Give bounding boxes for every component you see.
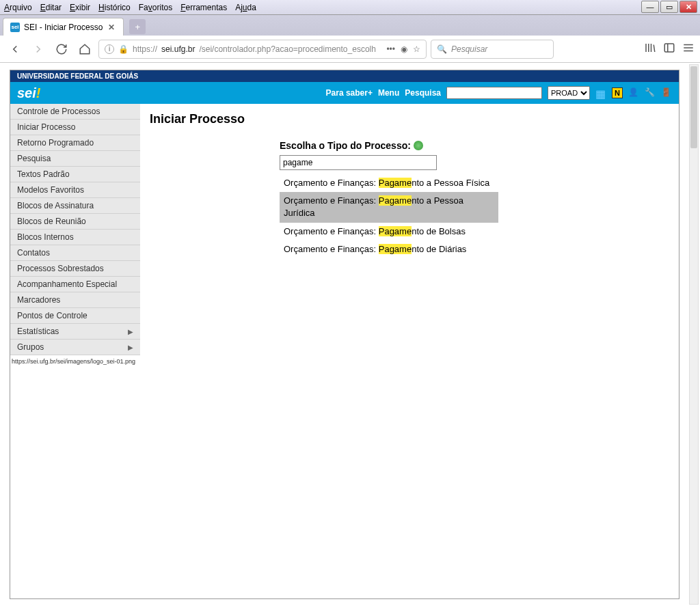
sei-app-frame: UNIVERSIDADE FEDERAL DE GOIÁS sei! Para … [10,70,679,599]
url-path: /sei/controlador.php?acao=procedimento_e… [199,44,376,54]
process-type-result[interactable]: Orçamento e Finanças: Pagamento de Diári… [280,240,498,258]
url-bar[interactable]: i 🔒 https://sei.ufg.br/sei/controlador.p… [98,40,427,59]
header-controle-icon[interactable]: ▦ [595,87,606,98]
sidebar-item-iniciar-processo[interactable]: Iniciar Processo [10,120,140,135]
sidebar-item-pesquisa[interactable]: Pesquisa [10,151,140,167]
header-novidades-icon[interactable]: N [612,87,623,98]
vertical-scrollbar[interactable] [689,64,699,605]
sidebar-icon[interactable] [663,42,675,56]
tab-favicon-icon: sei [10,23,20,32]
sidebar-item-blocos-assinatura[interactable]: Blocos de Assinatura [10,198,140,214]
window-controls: — ▭ ✕ [641,1,697,13]
header-config-icon[interactable]: 🔧 [645,87,656,98]
sidebar-item-estatisticas[interactable]: Estatísticas▶ [10,324,140,340]
lock-icon: 🔒 [118,44,129,54]
search-bar[interactable]: 🔍 Pesquisar [431,40,554,59]
shield-icon[interactable]: ◉ [401,44,407,54]
sidebar-item-textos-padrao[interactable]: Textos Padrão [10,167,140,182]
sei-main-header: sei! Para saber+ Menu Pesquisa PROAD ▦ N… [10,82,679,104]
library-icon[interactable] [644,42,656,56]
window-close-button[interactable]: ✕ [679,1,697,13]
browser-tab-active[interactable]: sei SEI - Iniciar Processo ✕ [3,18,124,36]
url-scheme: https:// [133,44,157,54]
home-button[interactable] [75,40,94,59]
window-maximize-button[interactable]: ▭ [660,1,678,13]
header-search-input[interactable] [446,87,542,99]
sidebar-item-retorno-programado[interactable]: Retorno Programado [10,135,140,151]
sidebar-item-pontos-controle[interactable]: Pontos de Controle [10,308,140,324]
header-link-menu[interactable]: Menu [378,88,399,98]
org-name: UNIVERSIDADE FEDERAL DE GOIÁS [17,72,138,80]
sidebar-item-contatos[interactable]: Contatos [10,245,140,261]
menu-arquivo[interactable]: Arquivo [4,3,32,12]
sidebar-item-modelos-favoritos[interactable]: Modelos Favoritos [10,182,140,198]
bookmark-star-icon[interactable]: ☆ [413,44,420,54]
process-type-results: Orçamento e Finanças: Pagamento a Pessoa… [280,174,498,258]
header-exit-icon[interactable]: 🚪 [661,87,672,98]
sidebar-item-controle-processos[interactable]: Controle de Processos [10,104,140,120]
search-icon: 🔍 [437,44,447,54]
svg-rect-0 [664,44,674,52]
chevron-right-icon: ▶ [128,328,133,335]
sei-body: Controle de Processos Iniciar Processo R… [10,104,679,599]
header-link-pesquisa[interactable]: Pesquisa [405,88,441,98]
choose-type-block: Escolha o Tipo do Processo: Orçamento e … [280,140,498,258]
choose-type-label: Escolha o Tipo do Processo: [280,140,498,151]
page-info-icon[interactable]: i [105,44,114,54]
expand-types-icon[interactable] [414,141,423,150]
window-minimize-button[interactable]: — [641,1,659,13]
reload-button[interactable] [52,40,71,59]
browser-right-icons [644,42,695,56]
browser-menubar: Arquivo Editar Exibir Histórico Favorito… [0,0,700,15]
sidebar-item-grupos[interactable]: Grupos▶ [10,340,140,355]
sei-left-column: Controle de Processos Iniciar Processo R… [10,104,140,599]
scrollbar-thumb[interactable] [690,66,697,148]
tab-title: SEI - Iniciar Processo [24,23,103,32]
browser-navbar: i 🔒 https://sei.ufg.br/sei/controlador.p… [0,36,700,63]
menu-editar[interactable]: Editar [40,3,62,12]
menu-ferramentas[interactable]: Ferramentas [180,3,227,12]
forward-button[interactable] [29,40,48,59]
menu-historico[interactable]: Histórico [98,3,131,12]
sei-logo[interactable]: sei! [17,85,40,101]
header-user-icon[interactable]: 👤 [628,87,639,98]
sei-org-banner: UNIVERSIDADE FEDERAL DE GOIÁS [10,70,679,82]
url-domain: sei.ufg.br [161,44,195,54]
unit-select[interactable]: PROAD [548,86,590,100]
back-button[interactable] [5,40,25,59]
sei-header-right: Para saber+ Menu Pesquisa PROAD ▦ N 👤 🔧 … [326,86,672,100]
process-type-result[interactable]: Orçamento e Finanças: Pagamento a Pessoa… [280,174,498,192]
menu-exibir[interactable]: Exibir [70,3,90,12]
tab-close-button[interactable]: ✕ [107,23,116,32]
page-title: Iniciar Processo [150,112,669,126]
page-actions-icon[interactable]: ••• [386,44,395,54]
sei-sidebar: Controle de Processos Iniciar Processo R… [10,104,140,355]
menu-ajuda[interactable]: Ajuda [235,3,256,12]
status-bar-url: https://sei.ufg.br/sei/imagens/logo_sei-… [10,355,140,368]
process-type-result[interactable]: Orçamento e Finanças: Pagamento de Bolsa… [280,223,498,240]
urlbar-actions: ••• ◉ ☆ [386,44,420,54]
browser-tabbar: sei SEI - Iniciar Processo ✕ + [0,15,700,36]
new-tab-button[interactable]: + [129,19,146,34]
browser-content: UNIVERSIDADE FEDERAL DE GOIÁS sei! Para … [0,63,700,606]
sidebar-item-blocos-internos[interactable]: Blocos Internos [10,230,140,245]
sidebar-item-marcadores[interactable]: Marcadores [10,292,140,308]
chevron-right-icon: ▶ [128,344,133,351]
sidebar-item-processos-sobrestados[interactable]: Processos Sobrestados [10,261,140,277]
sidebar-item-blocos-reuniao[interactable]: Blocos de Reunião [10,214,140,230]
process-type-result[interactable]: Orçamento e Finanças: Pagamento a Pessoa… [280,192,498,222]
search-placeholder: Pesquisar [451,44,487,54]
menu-favoritos[interactable]: Favoritos [139,3,172,12]
sei-main-content: Iniciar Processo Escolha o Tipo do Proce… [140,104,679,599]
hamburger-menu-icon[interactable] [682,42,695,56]
header-link-para-saber[interactable]: Para saber+ [326,88,373,98]
sidebar-item-acompanhamento-especial[interactable]: Acompanhamento Especial [10,277,140,292]
process-type-filter-input[interactable] [280,155,437,170]
